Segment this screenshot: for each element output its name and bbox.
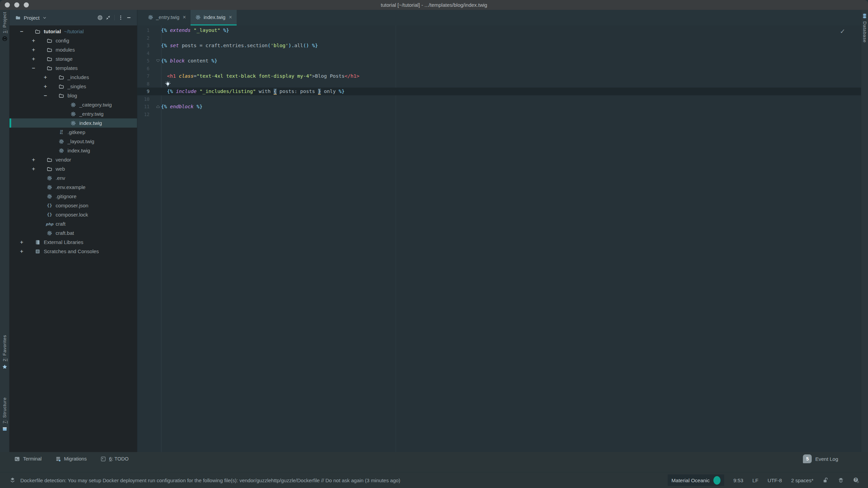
locate-file-button[interactable] bbox=[96, 14, 104, 22]
hide-panel-button[interactable] bbox=[125, 14, 133, 22]
tree-item-index.twig[interactable]: index.twig bbox=[9, 146, 137, 155]
tab-label: _entry.twig bbox=[156, 15, 179, 20]
intention-bulb-icon[interactable] bbox=[164, 81, 171, 88]
status-message[interactable]: Dockerfile detection: You may setup Dock… bbox=[20, 477, 400, 483]
header-divider bbox=[114, 15, 115, 20]
tree-item-_includes[interactable]: +_includes bbox=[9, 73, 137, 82]
tool-stripe-favorites[interactable]: 2: Favorites bbox=[0, 335, 9, 370]
tree-item-config[interactable]: +config bbox=[9, 36, 137, 45]
tree-item-composer.lock[interactable]: {}composer.lock bbox=[9, 210, 137, 219]
tree-item-.env.example[interactable]: .env.example bbox=[9, 183, 137, 192]
tree-item-label: .gitignore bbox=[56, 193, 77, 199]
code-line-3[interactable]: 3{% set posts = craft.entries.section('b… bbox=[137, 42, 861, 50]
tree-item-vendor[interactable]: +vendor bbox=[9, 155, 137, 164]
tree-toggle-icon[interactable]: + bbox=[32, 157, 46, 163]
tree-item-storage[interactable]: +storage bbox=[9, 54, 137, 63]
tree-item-.gitignore[interactable]: .gitignore bbox=[9, 192, 137, 201]
gear-icon bbox=[46, 194, 53, 199]
tree-toggle-icon[interactable]: + bbox=[32, 166, 46, 172]
tree-item-craft[interactable]: phpcraft bbox=[9, 219, 137, 228]
tree-item-_singles[interactable]: +_singles bbox=[9, 82, 137, 91]
tree-toggle-icon[interactable]: + bbox=[44, 75, 58, 80]
code-line-4[interactable]: 4 bbox=[137, 50, 861, 57]
tree-item-blog[interactable]: −blog bbox=[9, 91, 137, 100]
tree-item-modules[interactable]: +modules bbox=[9, 45, 137, 54]
toolwindow-button-todo[interactable]: 6: TODO bbox=[100, 456, 129, 462]
gear-icon bbox=[46, 175, 53, 181]
caret-position[interactable]: 9:53 bbox=[733, 477, 743, 483]
code-line-9[interactable]: 9 {% include "_includes/listing" with { … bbox=[137, 88, 861, 95]
tree-toggle-icon[interactable]: − bbox=[20, 29, 34, 34]
tree-item-label: External Libraries bbox=[44, 239, 83, 245]
fold-gutter bbox=[150, 42, 161, 50]
lock-open-icon[interactable] bbox=[823, 477, 829, 483]
editor-body[interactable]: 1{% extends "_layout" %}23{% set posts =… bbox=[137, 25, 861, 452]
collapse-all-button[interactable] bbox=[104, 14, 112, 22]
fold-marker-icon[interactable] bbox=[150, 103, 161, 111]
code-line-8[interactable]: 8 bbox=[137, 80, 861, 88]
tool-stripe-structure[interactable]: 7: Structure bbox=[0, 397, 9, 432]
code-line-11[interactable]: 11{% endblock %} bbox=[137, 103, 861, 111]
code-text: {% extends "_layout" %} bbox=[161, 26, 229, 34]
inspections-profile-icon[interactable] bbox=[838, 477, 844, 483]
tool-stripe-project[interactable]: 1: Project bbox=[0, 12, 9, 41]
tool-stripe-database[interactable]: Database bbox=[861, 13, 868, 43]
json-icon: {} bbox=[46, 212, 53, 217]
toolwindow-button-migrations[interactable]: Migrations bbox=[55, 456, 87, 462]
toolwindow-button-terminal[interactable]: Terminal bbox=[14, 456, 42, 462]
tree-toggle-icon[interactable]: − bbox=[44, 93, 58, 98]
tree-toggle-icon[interactable]: + bbox=[20, 249, 34, 254]
code-line-10[interactable]: 10 bbox=[137, 95, 861, 103]
code-text: <h1 class="text-4xl text-black font-disp… bbox=[161, 72, 359, 80]
tree-toggle-icon[interactable]: + bbox=[32, 38, 46, 43]
line-number: 11 bbox=[137, 103, 150, 111]
tab-index.twig[interactable]: index.twig× bbox=[191, 10, 237, 25]
code-line-2[interactable]: 2 bbox=[137, 34, 861, 42]
line-separator[interactable]: LF bbox=[752, 477, 758, 483]
ide-window: tutorial [~/tutorial] - .../templates/bl… bbox=[0, 0, 868, 488]
code-line-6[interactable]: 6 bbox=[137, 65, 861, 73]
tree-item-craft.bat[interactable]: craft.bat bbox=[9, 228, 137, 238]
tree-item-.env[interactable]: .env bbox=[9, 173, 137, 183]
event-log-button[interactable]: 5 Event Log bbox=[803, 454, 838, 463]
project-panel-title[interactable]: Project bbox=[24, 15, 40, 21]
tree-item-index.twig[interactable]: index.twig bbox=[9, 118, 137, 128]
code-text: {% endblock %} bbox=[161, 103, 202, 111]
file-encoding[interactable]: UTF-8 bbox=[768, 477, 782, 483]
close-tab-icon[interactable]: × bbox=[229, 15, 232, 20]
tree-toggle-icon[interactable]: + bbox=[44, 84, 58, 89]
tree-toggle-icon[interactable]: + bbox=[32, 47, 46, 53]
tree-item-templates[interactable]: −templates bbox=[9, 63, 137, 73]
tree-item-_category.twig[interactable]: _category.twig bbox=[9, 100, 137, 109]
code-line-5[interactable]: 5{% block content %} bbox=[137, 57, 861, 65]
tree-item-Scratches and Consoles[interactable]: +Scratches and Consoles bbox=[9, 247, 137, 256]
fold-marker-icon[interactable] bbox=[150, 57, 161, 65]
tree-toggle-icon[interactable]: + bbox=[20, 240, 34, 245]
tree-toggle-icon[interactable]: − bbox=[32, 65, 46, 71]
tree-item-_layout.twig[interactable]: _layout.twig bbox=[9, 137, 137, 146]
tab-_entry.twig[interactable]: _entry.twig× bbox=[143, 10, 191, 25]
tree-toggle-icon[interactable]: + bbox=[32, 56, 46, 62]
inspection-ok-icon[interactable]: ✓ bbox=[840, 27, 845, 35]
fold-gutter bbox=[150, 88, 161, 95]
tree-item-tutorial[interactable]: −tutorial~/tutorial bbox=[9, 27, 137, 36]
status-widgets: Material Oceanic 9:53 LF UTF-8 2 spaces* bbox=[668, 474, 859, 486]
theme-switcher[interactable]: Material Oceanic bbox=[668, 474, 724, 486]
options-menu-button[interactable] bbox=[117, 14, 125, 22]
tree-item-.gitkeep[interactable]: 1001.gitkeep bbox=[9, 128, 137, 137]
fold-gutter bbox=[150, 95, 161, 103]
code-line-7[interactable]: 7 <h1 class="text-4xl text-black font-di… bbox=[137, 72, 861, 80]
inspection-settings-icon[interactable] bbox=[853, 477, 859, 483]
tree-item-_entry.twig[interactable]: _entry.twig bbox=[9, 109, 137, 118]
tree-item-web[interactable]: +web bbox=[9, 164, 137, 173]
tree-item-label: web bbox=[56, 166, 65, 172]
scratch-icon bbox=[34, 249, 41, 254]
tree-item-composer.json[interactable]: {}composer.json bbox=[9, 201, 137, 210]
docker-notification-icon[interactable] bbox=[9, 477, 16, 483]
indent-style[interactable]: 2 spaces* bbox=[791, 477, 813, 483]
code-line-1[interactable]: 1{% extends "_layout" %} bbox=[137, 26, 861, 34]
chevron-down-icon[interactable] bbox=[42, 15, 47, 20]
close-tab-icon[interactable]: × bbox=[183, 15, 186, 20]
code-line-12[interactable]: 12 bbox=[137, 111, 861, 118]
tree-item-External Libraries[interactable]: +External Libraries bbox=[9, 238, 137, 247]
